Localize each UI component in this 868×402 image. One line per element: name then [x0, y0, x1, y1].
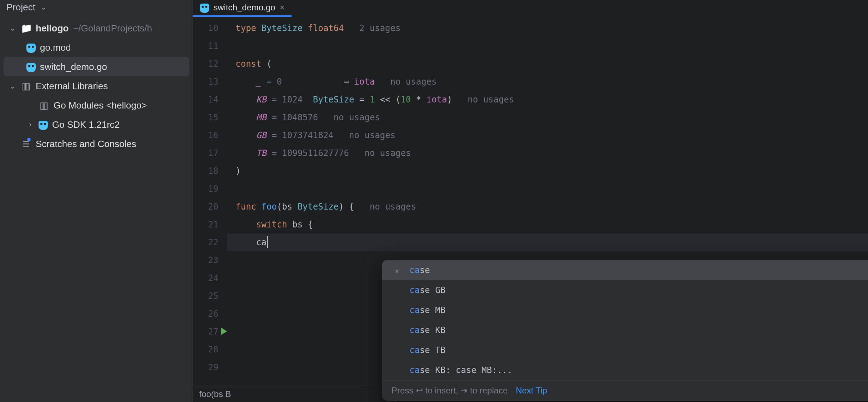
extlib-label: Go SDK 1.21rc2 — [52, 119, 120, 130]
project-path: ~/GolandProjects/h — [73, 23, 152, 34]
breadcrumb-text: foo(bs B — [199, 389, 231, 399]
run-gutter-icon[interactable] — [221, 328, 227, 335]
file-switch_demo-go[interactable]: switch_demo.go — [4, 57, 189, 76]
tab-filename: switch_demo.go — [213, 2, 275, 12]
go-file-icon — [26, 63, 36, 72]
folder-icon — [21, 23, 31, 34]
next-tip-link[interactable]: Next Tip — [516, 386, 547, 395]
chevron-down-icon: ⌄ — [38, 2, 47, 12]
scratches-label: Scratches and Consoles — [36, 139, 136, 150]
code-editor[interactable]: 1011121314151617181920212223242526272829… — [193, 17, 868, 386]
file-go-mod[interactable]: go.mod — [4, 38, 189, 57]
scratches-icon — [21, 139, 31, 150]
sidebar-title-label: Project — [6, 2, 35, 13]
editor-area: switch_demo.go × 10111213141516171819202… — [193, 0, 868, 402]
go-file-icon — [200, 4, 209, 13]
library-icon — [21, 81, 31, 92]
go-file-icon — [26, 44, 36, 53]
sidebar-title[interactable]: Project ⌄ — [0, 0, 193, 17]
external-libraries-label: External Libraries — [36, 81, 108, 92]
project-tree: ⌄ hellogo ~/GolandProjects/h go.mod swit… — [0, 17, 193, 154]
close-icon[interactable]: × — [279, 2, 284, 12]
external-libraries-row[interactable]: ⌄ External Libraries — [4, 76, 189, 96]
file-label: go.mod — [40, 42, 71, 53]
library-icon — [39, 100, 49, 111]
go-sdk-icon — [39, 121, 48, 130]
editor-tab-active[interactable]: switch_demo.go × — [193, 0, 292, 17]
scratches-row[interactable]: › Scratches and Consoles — [4, 134, 189, 154]
extlib-item[interactable]: ›Go SDK 1.21rc2 — [4, 115, 189, 134]
chevron-down-icon: ⌄ — [9, 81, 16, 91]
completion-footer: Press ↩ to insert, ⇥ to replace Next Tip… — [382, 380, 868, 400]
editor-tabbar: switch_demo.go × — [193, 0, 868, 17]
more-icon[interactable]: ⋮ — [866, 385, 868, 396]
completion-hint: Press ↩ to insert, ⇥ to replace — [392, 386, 508, 395]
chevron-down-icon: ⌄ — [9, 24, 16, 33]
line-gutter: 1011121314151617181920212223242526272829 — [193, 17, 227, 386]
code-content[interactable]: type ByteSize float64 2 usagesconst ( _ … — [227, 17, 868, 386]
file-label: switch_demo.go — [40, 61, 107, 72]
project-sidebar: Project ⌄ ⌄ hellogo ~/GolandProjects/h g… — [0, 0, 193, 402]
project-name: hellogo — [36, 23, 69, 34]
extlib-item[interactable]: ›Go Modules <hellogo> — [4, 96, 189, 115]
extlib-label: Go Modules <hellogo> — [54, 100, 147, 111]
chevron-right-icon: › — [26, 120, 34, 129]
project-root-row[interactable]: ⌄ hellogo ~/GolandProjects/h — [4, 19, 189, 38]
